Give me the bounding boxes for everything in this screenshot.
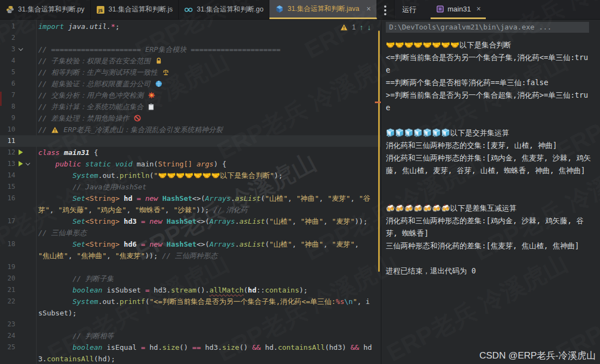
code-text[interactable]: // 交集分析：用户角色冲突检测 [36, 89, 381, 101]
run-tab-label: main31 [448, 5, 471, 13]
gutter: 8 [0, 101, 36, 112]
code-text[interactable]: // 判断子集 [36, 273, 381, 284]
code-line-21: 21 boolean isSubset = hd3.stream().allMa… [0, 284, 381, 296]
code-editor[interactable]: 1import java.util.*;2 3// ==============… [0, 20, 381, 364]
error-stripe-mark[interactable] [375, 102, 381, 103]
close-icon[interactable]: × [477, 4, 481, 13]
code-text[interactable]: Set<String> hd = new HashSet<>(Arrays.as… [36, 193, 381, 216]
next-warning-arrow-icon[interactable]: ↓ [367, 23, 371, 32]
code-text[interactable]: class main31 { [36, 147, 381, 158]
code-text[interactable]: // 子集校验：权限是否在安全范围 [36, 55, 381, 67]
code-text[interactable]: // Java使用HashSet [36, 181, 381, 193]
line-number: 9 [2, 112, 15, 124]
main-area: 1import java.util.*;2 3// ==============… [0, 20, 600, 364]
run-line-button[interactable] [19, 161, 23, 166]
editor-tab-py[interactable]: 31.集合运算和判断.py [0, 0, 91, 19]
code-text[interactable] [36, 319, 381, 330]
gutter: 1 [0, 21, 36, 32]
gutter: 11 [0, 135, 36, 147]
code-text[interactable]: public static void main(String[] args) { [36, 158, 381, 170]
code-line-23: 23 [0, 319, 381, 330]
code-line-7: 7// 交集分析：用户角色冲突检测 [0, 89, 381, 101]
line-number: 23 [2, 319, 15, 330]
prev-warning-arrow-icon[interactable]: ↑ [360, 23, 363, 32]
line-number: 14 [2, 170, 15, 181]
console-output-line: 消化药和三仙两种形态的并集:[鸡内金, 焦麦芽, 沙棘, 鸡矢藤, 焦山楂, 麦… [386, 152, 600, 177]
run-line-button[interactable] [19, 150, 23, 155]
line-number: 12 [2, 147, 15, 158]
code-text[interactable]: // 判断相等 [36, 330, 381, 342]
code-text[interactable]: System.out.printf("<=判断当前集合是否为另一个集合子集,消化… [36, 296, 381, 319]
line-number: 13 [2, 158, 15, 170]
gutter: 5 [0, 67, 36, 78]
code-line-20: 20 // 判断子集 [0, 273, 381, 284]
gutter: 14 [0, 170, 36, 181]
code-line-17: 17 Set<String> hd3 = new HashSet<>(Array… [0, 216, 381, 238]
gutter: 3 [0, 44, 36, 55]
tab-options-button[interactable] [381, 0, 394, 20]
run-tool-window-header: 运行 main31 × [394, 0, 600, 20]
code-line-10: 10// ERP老兵_冷溪虎山：集合混乱会引发系统精神分裂 [0, 124, 381, 135]
code-text[interactable]: // 超集验证：总部权限覆盖分公司 [36, 78, 381, 89]
gutter: 10 [0, 124, 36, 135]
code-text[interactable]: Set<String> hd3 = new HashSet<>(Arrays.a… [36, 216, 381, 238]
gutter: 24 [0, 330, 36, 342]
code-text[interactable]: System.out.println("🤝🤝🤝🤝🤝🤝🤝以下是集合判断"); [36, 170, 381, 181]
inspections-widget[interactable]: 1 ↑ ↓ [340, 23, 371, 32]
code-line-22: 22 System.out.printf("<=判断当前集合是否为另一个集合子集… [0, 296, 381, 319]
top-bar: 31.集合运算和判断.pyJS31.集合运算和判断.js31.集合运算和判断.g… [0, 0, 600, 20]
gutter: 17 [0, 216, 36, 238]
console-output-line: 🍻🍻🍻🍻🍻🍻🍻以下是差集互减运算 [386, 202, 600, 214]
code-line-25: 25 boolean isEqual = hd.size() == hd3.si… [0, 342, 381, 364]
code-text[interactable]: // 差集处理：禁用危险操作 [36, 112, 381, 124]
javascript-icon: JS [96, 6, 105, 14]
code-line-14: 14 System.out.println("🤝🤝🤝🤝🤝🤝🤝以下是集合判断"); [0, 170, 381, 181]
editor-tab-js[interactable]: JS31.集合运算和判断.js [91, 0, 179, 19]
console-output-line: ==判断两个集合是否相等消化药==单三仙:false [386, 76, 600, 89]
fold-chevron-icon[interactable] [19, 46, 23, 51]
console-output-line: 消化药和三仙两种形态的交集:[麦芽, 山楂, 神曲] [386, 139, 600, 152]
code-text[interactable]: import java.util.*; [36, 21, 381, 32]
console-output-line [386, 252, 600, 265]
gutter: 21 [0, 284, 36, 296]
run-console[interactable]: D:\DevTools\graalvm21\bin\java.exe ... 🤝… [381, 20, 600, 364]
prohibited-icon [134, 115, 141, 122]
code-line-1: 1import java.util.*; [0, 21, 381, 32]
gutter: 13 [0, 158, 36, 170]
code-text[interactable] [36, 32, 381, 44]
code-line-19: 19 [0, 261, 381, 273]
code-text[interactable]: // ===================== ERP集合模块 =======… [36, 44, 381, 55]
gutter: 20 [0, 273, 36, 284]
line-number: 25 [2, 342, 15, 353]
collision-icon [148, 92, 155, 99]
code-text[interactable] [36, 135, 381, 147]
code-text[interactable]: boolean isSubset = hd3.stream().allMatch… [36, 284, 381, 296]
code-text[interactable] [36, 261, 381, 273]
fold-chevron-icon[interactable] [26, 161, 30, 165]
code-text[interactable]: // 并集计算：全系统功能点集合 [36, 101, 381, 112]
code-line-11: 11 [0, 135, 381, 147]
code-text[interactable]: // ERP老兵_冷溪虎山：集合混乱会引发系统精神分裂 [36, 124, 381, 135]
code-line-3: 3// ===================== ERP集合模块 ======… [0, 44, 381, 55]
code-line-4: 4// 子集校验：权限是否在安全范围 [0, 55, 381, 67]
editor-scrollbar[interactable] [378, 31, 380, 272]
gutter: 19 [0, 261, 36, 273]
run-tool-window-title[interactable]: 运行 [395, 0, 424, 19]
warning-icon [340, 24, 348, 31]
gutter: 22 [0, 296, 36, 319]
code-text[interactable]: Set<String> hd6 = new HashSet<>(Arrays.a… [36, 238, 381, 261]
globe-icon [155, 80, 162, 87]
run-tab-main31[interactable]: main31 × [431, 0, 486, 19]
console-output-line: <=判断当前集合是否为另一个集合子集,消化药<=单三仙:true [386, 51, 600, 76]
editor-tab-go[interactable]: 31.集合运算和判断.go [179, 0, 269, 19]
close-icon[interactable]: × [367, 5, 371, 13]
gutter: 16 [0, 193, 36, 216]
line-number: 15 [2, 181, 15, 193]
console-output-line: 三仙两种形态和消化药的差集:[焦麦芽, 焦山楂, 焦神曲] [386, 240, 600, 252]
code-text[interactable]: // 相等判断：生产与测试环境一致性 [36, 67, 381, 78]
console-command-line[interactable]: D:\DevTools\graalvm21\bin\java.exe ... [386, 22, 589, 33]
editor-tab-java[interactable]: 31.集合运算和判断.java× [269, 0, 377, 19]
line-number: 8 [2, 101, 15, 112]
line-number: 11 [2, 135, 15, 147]
code-text[interactable]: boolean isEqual = hd.size() == hd3.size(… [36, 342, 381, 364]
